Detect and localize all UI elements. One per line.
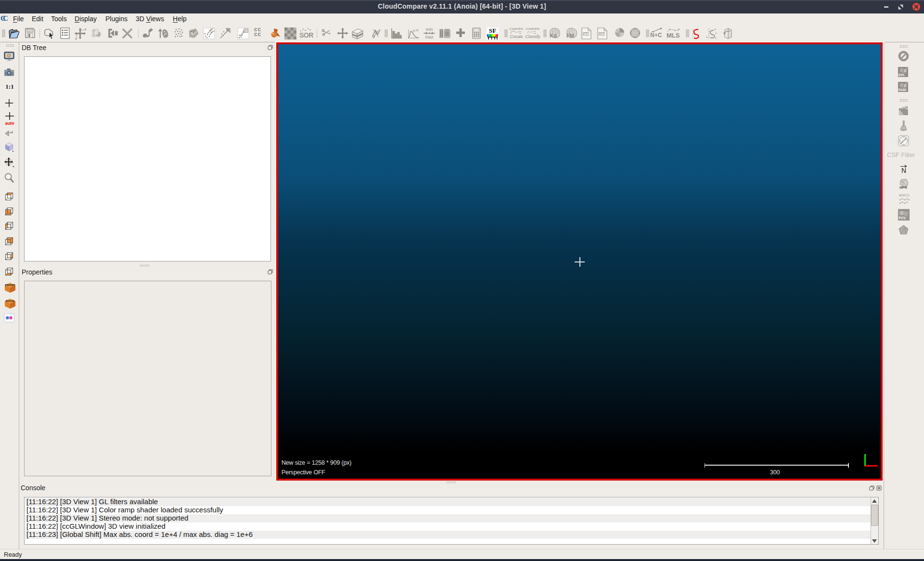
- svg-text:Kd: Kd: [550, 33, 557, 39]
- svg-text:BACK: BACK: [6, 299, 14, 302]
- svg-text:FRONT: FRONT: [5, 283, 15, 287]
- svg-text:SHP: SHP: [583, 33, 589, 36]
- svg-text:M3C2: M3C2: [899, 193, 910, 197]
- svg-text:PCV: PCV: [899, 216, 906, 220]
- svg-text:FM: FM: [566, 33, 574, 39]
- svg-text:μ,σ: μ,σ: [413, 28, 419, 32]
- svg-text:HPR: HPR: [899, 185, 907, 190]
- svg-text:C: C: [3, 14, 8, 22]
- svg-text:EDL: EDL: [898, 73, 905, 77]
- svg-text:CSV: CSV: [599, 33, 605, 36]
- svg-text:SSAO: SSAO: [898, 88, 907, 92]
